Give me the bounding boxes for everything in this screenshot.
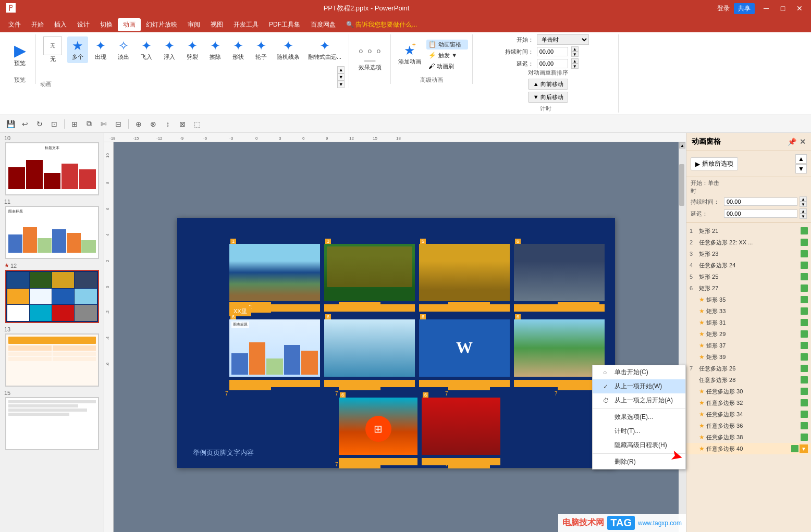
minimize-button[interactable]: ─ [759,3,773,14]
delay-up-btn[interactable]: ▲ [571,58,579,64]
anim-panel-down-btn[interactable]: ▼ [795,164,807,174]
anim-wheel-btn[interactable]: ✦ 轮子 [251,36,272,63]
anim-item-28[interactable]: 任意多边形 28 [686,374,811,386]
ctx-start-after-prev[interactable]: ⏱ 从上一项之后开始(A) [593,393,685,407]
anim-fly-btn[interactable]: ✦ 飞入 [136,36,157,63]
anim-item-33[interactable]: ★ 矩形 33 [686,305,811,317]
photo-doctor[interactable]: 6 [324,319,415,387]
ctx-effect-options[interactable]: 效果选项(E)... [593,410,685,424]
anim-item-40[interactable]: ★ 任意多边形 40 ▼ [686,443,811,454]
anim-item-35[interactable]: ★ 矩形 35 [686,294,811,305]
delay-input[interactable] [537,59,568,68]
menu-insert[interactable]: 插入 [49,18,72,31]
menu-transitions[interactable]: 切换 [95,18,118,31]
anim-item-38[interactable]: ★ 任意多边形 38 [686,431,811,443]
duration-spin-down[interactable]: ▼ [800,202,807,207]
menu-view[interactable]: 视图 [205,18,228,31]
anim-item-6[interactable]: 6 矩形 27 [686,282,811,294]
delay-spin-up[interactable]: ▲ [800,208,807,214]
toolbar-btn11[interactable]: ⊠ [176,118,189,130]
anim-item-34[interactable]: ★ 任意多边形 34 [686,409,811,420]
photo-red[interactable]: 6 [422,398,500,465]
anim-appear-btn[interactable]: ✦ 出现 [90,36,111,63]
photo-office[interactable]: 6 ⊞ [339,398,417,465]
effect-options-btn[interactable]: ⚬⚬⚬ ═══ 效果选项 [353,43,386,73]
undo-btn[interactable]: ↩ [19,118,31,130]
anim-item-31[interactable]: ★ 矩形 31 [686,317,811,328]
slide-thumb-15[interactable]: 15 [2,390,102,450]
scroll-more-btn[interactable]: ▼ [337,81,345,88]
slide-frame-15[interactable] [5,397,99,450]
anim-item-29[interactable]: ★ 矩形 29 [686,328,811,340]
anim-float-btn[interactable]: ✦ 浮入 [159,36,180,63]
slide-frame-13[interactable] [5,333,99,387]
animation-pane-btn[interactable]: 📋 动画窗格 [426,40,468,50]
delay-setting-input[interactable] [724,209,797,218]
slide-frame-12[interactable] [5,270,99,323]
delay-down-btn[interactable]: ▼ [571,64,579,69]
add-animation-btn[interactable]: ★+ 添加动画 [395,41,424,68]
anim-item-32[interactable]: ★ 任意多边形 32 [686,397,811,409]
anim-fade-btn[interactable]: ✧ 淡出 [113,36,134,63]
play-all-btn[interactable]: ▶ 播放所选项 [691,157,738,170]
anim-flip-btn[interactable]: ✦ 翻转式由远... [305,36,345,63]
login-link[interactable]: 登录 [717,4,730,13]
close-button[interactable]: ✕ [792,3,807,14]
slide-frame-10[interactable]: 标题文本 [5,142,99,195]
duration-up-btn[interactable]: ▲ [571,46,579,52]
menu-file[interactable]: 文件 [3,18,26,31]
slide-thumb-13[interactable]: 13 [2,326,102,387]
toolbar-btn10[interactable]: ↕ [162,118,174,130]
menu-pdf-tools[interactable]: PDF工具集 [264,18,305,31]
scroll-down-btn[interactable]: ▼ [337,73,345,81]
ribbon-preview-btn[interactable]: ▶ 预览 [8,39,31,69]
menu-slideshow[interactable]: 幻灯片放映 [141,18,182,31]
slide-thumb-12[interactable]: ★12 [2,262,102,323]
photo-beach[interactable]: 6 [514,319,605,387]
photo-1[interactable]: 1 [229,244,320,312]
anim-random-btn[interactable]: ✦ 随机线条 [274,36,303,63]
menu-search[interactable]: 🔍 告诉我您想要做什么... [341,18,422,31]
anim-item-30[interactable]: ★ 任意多边形 30 [686,386,811,397]
start-select[interactable]: 单击时 [537,34,589,45]
menu-review[interactable]: 审阅 [182,18,205,31]
duration-input[interactable] [537,47,568,56]
toolbar-btn9[interactable]: ⊗ [147,118,159,130]
maximize-button[interactable]: □ [776,3,790,14]
slide-canvas[interactable]: 1 3 [114,142,679,532]
save-btn[interactable]: 💾 [4,118,17,130]
anim-item-36[interactable]: ★ 任意多边形 36 [686,420,811,431]
duration-setting-input[interactable] [724,197,797,206]
photo-6-city[interactable]: 6 [514,244,605,312]
toolbar-btn12[interactable]: ⬚ [191,118,203,130]
menu-home[interactable]: 开始 [26,18,49,31]
menu-design[interactable]: 设计 [72,18,95,31]
anim-item-7[interactable]: 7 任意多边形 26 [686,363,811,374]
duration-down-btn[interactable]: ▼ [571,52,579,57]
duration-spin-up[interactable]: ▲ [800,196,807,202]
move-back-btn[interactable]: ▼ 向后移动 [528,92,568,103]
toolbar-btn6[interactable]: ✄ [97,118,110,130]
photo-3[interactable]: 3 [324,244,415,312]
anim-dropdown-40[interactable]: ▼ [800,444,808,453]
anim-split-btn[interactable]: ✦ 劈裂 [182,36,203,63]
anim-multi-btn[interactable]: ★ 多个 [67,36,88,63]
toolbar-btn4[interactable]: ⊞ [68,118,81,130]
share-link[interactable]: 共享 [734,3,755,14]
anim-shape-btn[interactable]: ✦ 形状 [228,36,249,63]
animation-painter-btn[interactable]: 🖌 动画刷 [426,61,468,71]
toolbar-btn8[interactable]: ⊕ [132,118,145,130]
anim-none-btn[interactable]: 无 无 [40,34,65,65]
close-panel-btn[interactable]: ✕ [800,138,806,146]
ctx-start-with-prev[interactable]: ✓ 从上一项开始(W) [593,379,685,393]
anim-item-5[interactable]: 5 矩形 25 [686,271,811,282]
anim-item-4[interactable]: 4 任意多边形 24 [686,259,811,271]
slide-frame-11[interactable]: 图表标题 [5,206,99,259]
slide-thumb-11[interactable]: 11 图表标题 [2,199,102,259]
photo-chart[interactable]: 6 图表标题 [229,319,320,387]
menu-animations[interactable]: 动画 [118,18,141,31]
anim-item-1[interactable]: 1 矩形 21 [686,225,811,237]
canvas-vscroll[interactable]: ▲ ▼ [679,142,686,532]
toolbar-btn5[interactable]: ⧉ [83,118,95,130]
photo-word[interactable]: 6 W [419,319,510,387]
